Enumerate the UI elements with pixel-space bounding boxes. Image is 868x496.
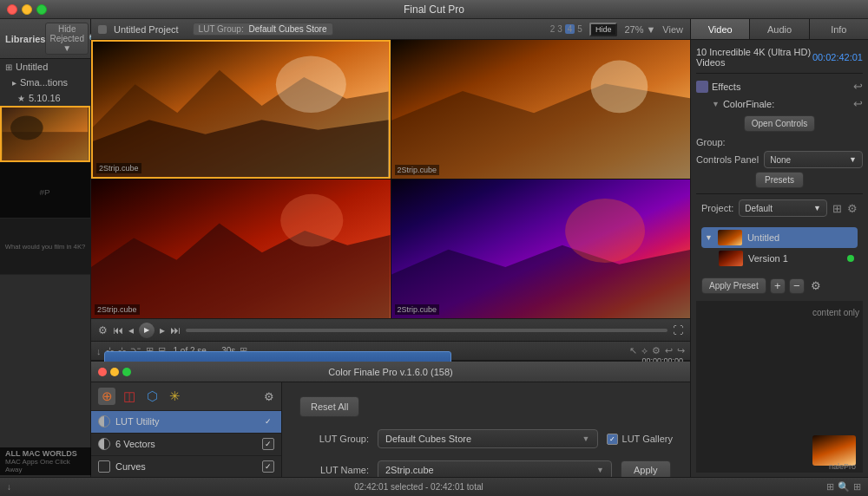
tl-tool-icon[interactable]: ⟡ xyxy=(641,345,648,356)
view-button[interactable]: View xyxy=(662,24,683,35)
watermark: ALL MAC WORLDS MAC Apps One Click Away xyxy=(0,447,91,475)
media-thumbnail-1[interactable] xyxy=(0,106,90,162)
tl-download-icon[interactable]: ↓ xyxy=(96,346,102,356)
cf-3d-icon[interactable]: ⬡ xyxy=(143,388,161,405)
presets-button[interactable]: Presets xyxy=(755,172,804,188)
effects-reset-icon[interactable]: ↩ xyxy=(853,80,863,93)
step-back-button[interactable]: ◂ xyxy=(128,324,134,336)
zoom-control[interactable]: 27% ▼ xyxy=(624,24,655,35)
cf-settings-icon[interactable]: ⚙ xyxy=(264,390,274,403)
cf-item-check-3[interactable]: ✓ xyxy=(262,460,274,473)
color-finale-section: ▼ ColorFinale: ↩ xyxy=(696,95,863,112)
cf-wheel-icon[interactable]: ⊕ xyxy=(98,388,115,405)
hide-rejected-button[interactable]: Hide Rejected ▼ xyxy=(45,23,88,55)
tab-audio-label: Audio xyxy=(767,24,792,35)
cf-minimize-button[interactable] xyxy=(110,368,119,376)
project-reset-icon[interactable]: ⊞ xyxy=(832,202,842,215)
hide-button[interactable]: Hide xyxy=(589,23,618,36)
lut-group-arrow: ▼ xyxy=(582,434,590,443)
library-item-smarttions[interactable]: ▸ Sma...tions xyxy=(0,75,90,90)
controls-panel-select[interactable]: None ▼ xyxy=(764,151,863,168)
cf-reset-icon[interactable]: ↩ xyxy=(853,97,863,110)
video-cell-3[interactable]: 2Strip.cube xyxy=(91,179,391,318)
fast-forward-button[interactable]: ⏭ xyxy=(170,324,181,336)
reset-all-button[interactable]: Reset All xyxy=(299,396,359,417)
minimize-button[interactable] xyxy=(22,4,32,15)
remove-icon[interactable]: − xyxy=(789,278,805,294)
content-only-label: content only xyxy=(812,308,859,317)
status-icon-3[interactable]: ⊞ xyxy=(853,481,861,493)
lut-group-select[interactable]: Default Cubes Store ▼ xyxy=(378,429,598,448)
video-svg-2 xyxy=(391,40,691,179)
lut-gallery-check-box: ✓ xyxy=(607,434,618,445)
traffic-lights xyxy=(7,4,47,15)
project-settings-icon[interactable]: ⚙ xyxy=(847,202,858,215)
media-thumbnail-text[interactable]: What would you film in 4K? xyxy=(0,219,90,275)
zoom-arrow: ▼ xyxy=(646,24,655,35)
maximize-button[interactable] xyxy=(36,4,47,15)
library-item-untitled[interactable]: ⊞ Untitled xyxy=(0,59,90,75)
video-svg-1 xyxy=(93,42,389,177)
apply-preset-button[interactable]: Apply Preset xyxy=(701,277,766,294)
cf-mixer-icon[interactable]: ✳ xyxy=(166,388,183,405)
tab-video[interactable]: Video xyxy=(691,19,750,39)
project-select-value: Default xyxy=(745,204,773,213)
tl-forward-icon[interactable]: ↪ xyxy=(677,345,685,356)
tab-audio[interactable]: Audio xyxy=(750,19,809,39)
zoom-value: 27% xyxy=(624,24,643,35)
media-thumbnail-2[interactable]: #P xyxy=(0,162,90,219)
svg-rect-15 xyxy=(718,230,742,245)
import-icon[interactable]: ↓ xyxy=(7,482,11,492)
close-button[interactable] xyxy=(7,4,17,15)
video-cell-1[interactable]: 2Strip.cube xyxy=(91,40,391,179)
library-item-event[interactable]: ★ 5.10.16 xyxy=(0,90,90,106)
cf-curves-icon[interactable]: ◫ xyxy=(121,388,138,405)
library-item-label: Untitled xyxy=(16,62,48,72)
library-icon: ⊞ xyxy=(5,62,12,72)
rewind-button[interactable]: ⏮ xyxy=(113,324,123,336)
version-active-dot xyxy=(847,255,854,262)
preview-toolbar: Untitled Project LUT Group: Default Cube… xyxy=(91,19,690,40)
status-icon-search[interactable]: 🔍 xyxy=(838,481,850,493)
cf-list-item-curves-1[interactable]: Curves ✓ xyxy=(91,456,281,479)
video-cell-4[interactable]: 2Strip.cube xyxy=(391,179,691,318)
add-icon[interactable]: + xyxy=(770,278,786,294)
playback-bar[interactable] xyxy=(186,329,667,332)
tl-settings-icon[interactable]: ⚙ xyxy=(652,345,661,356)
lut-name-label: LUT Name: xyxy=(299,465,369,475)
cf-item-check-2[interactable]: ✓ xyxy=(262,438,274,450)
version-thumbnail-2 xyxy=(719,251,743,266)
status-icon-1[interactable]: ⊞ xyxy=(826,481,834,493)
step-forward-button[interactable]: ▸ xyxy=(160,324,165,336)
library-item-label: 5.10.16 xyxy=(29,93,61,103)
version-item-version1[interactable]: Version 1 xyxy=(701,248,858,269)
preset-settings-icon[interactable]: ⚙ xyxy=(808,278,824,294)
project-select[interactable]: Default ▼ xyxy=(739,199,827,217)
video-cell-2[interactable]: 2Strip.cube xyxy=(391,40,691,179)
library-panel: Libraries Hide Rejected ▼ 🔍 ⊞ Untitled ▸… xyxy=(0,19,91,496)
cf-list-item-6vectors-1[interactable]: 6 Vectors ✓ xyxy=(91,434,281,456)
preset-thumbnail[interactable] xyxy=(812,435,856,466)
video-label-2: 2Strip.cube xyxy=(395,165,440,175)
cf-maximize-button[interactable] xyxy=(122,368,131,376)
media-browser: ⊞ Untitled ▸ Sma...tions ★ 5.10.16 xyxy=(0,59,90,496)
cf-list-item-lut-utility-1[interactable]: LUT Utility ✓ xyxy=(91,411,281,434)
cf-item-check-1[interactable]: ✓ xyxy=(262,415,274,427)
lut-group-value: Default Cubes Store xyxy=(248,24,326,34)
version-item-untitled[interactable]: ▼ Unti xyxy=(701,227,858,248)
project-row: Project: Default ▼ ⊞ ⚙ xyxy=(701,198,858,219)
library-title: Libraries xyxy=(5,34,45,44)
open-controls-button[interactable]: Open Controls xyxy=(744,115,815,132)
controls-panel-arrow: ▼ xyxy=(849,155,857,164)
tl-undo-icon[interactable]: ↩ xyxy=(665,345,673,356)
tl-cursor-icon[interactable]: ↖ xyxy=(629,345,637,356)
settings-button[interactable]: ⚙ xyxy=(98,324,108,336)
play-button[interactable]: ▶ xyxy=(139,323,155,338)
lut-gallery-checkbox[interactable]: ✓ LUT Gallery xyxy=(607,434,673,445)
cf-expand-icon[interactable]: ▼ xyxy=(712,100,720,108)
cf-close-button[interactable] xyxy=(98,368,107,376)
main-layout: Libraries Hide Rejected ▼ 🔍 ⊞ Untitled ▸… xyxy=(0,19,868,496)
cf-tool-icons: ⊕ ◫ ⬡ ✳ xyxy=(98,388,183,405)
tab-info[interactable]: Info xyxy=(810,19,868,39)
fullscreen-button[interactable]: ⛶ xyxy=(673,324,683,336)
